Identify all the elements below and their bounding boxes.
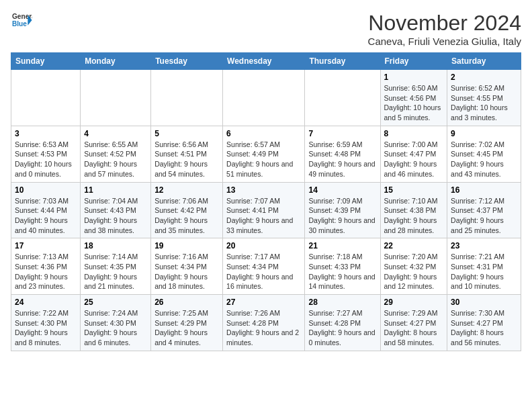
day-cell: 10Sunrise: 7:03 AM Sunset: 4:44 PM Dayli… — [11, 182, 81, 238]
calendar-subtitle: Caneva, Friuli Venezia Giulia, Italy — [368, 36, 521, 47]
day-cell: 7Sunrise: 6:59 AM Sunset: 4:48 PM Daylig… — [305, 126, 380, 182]
logo-icon: General Blue — [11, 11, 32, 30]
day-number: 24 — [15, 298, 77, 307]
day-number: 17 — [15, 241, 77, 250]
day-info: Sunrise: 7:07 AM Sunset: 4:41 PM Dayligh… — [226, 196, 301, 236]
day-number: 8 — [384, 129, 444, 138]
day-info: Sunrise: 7:13 AM Sunset: 4:36 PM Dayligh… — [15, 252, 77, 291]
day-cell: 6Sunrise: 6:57 AM Sunset: 4:49 PM Daylig… — [223, 126, 305, 182]
day-cell: 9Sunrise: 7:02 AM Sunset: 4:45 PM Daylig… — [447, 126, 521, 182]
weekday-header-monday: Monday — [81, 53, 151, 70]
day-info: Sunrise: 7:12 AM Sunset: 4:37 PM Dayligh… — [451, 196, 517, 236]
day-cell: 12Sunrise: 7:06 AM Sunset: 4:42 PM Dayli… — [151, 182, 223, 238]
week-row-3: 10Sunrise: 7:03 AM Sunset: 4:44 PM Dayli… — [11, 182, 521, 238]
day-cell: 8Sunrise: 7:00 AM Sunset: 4:47 PM Daylig… — [380, 126, 447, 182]
day-info: Sunrise: 7:22 AM Sunset: 4:30 PM Dayligh… — [15, 308, 77, 348]
day-cell: 18Sunrise: 7:14 AM Sunset: 4:35 PM Dayli… — [81, 238, 151, 295]
weekday-header-sunday: Sunday — [11, 53, 81, 70]
day-info: Sunrise: 7:02 AM Sunset: 4:45 PM Dayligh… — [451, 140, 517, 179]
day-cell: 27Sunrise: 7:26 AM Sunset: 4:28 PM Dayli… — [223, 295, 305, 351]
weekday-header-wednesday: Wednesday — [223, 53, 305, 70]
day-info: Sunrise: 7:24 AM Sunset: 4:30 PM Dayligh… — [84, 308, 147, 348]
day-info: Sunrise: 7:10 AM Sunset: 4:38 PM Dayligh… — [384, 196, 444, 236]
day-cell: 26Sunrise: 7:25 AM Sunset: 4:29 PM Dayli… — [151, 295, 223, 351]
day-number: 5 — [154, 129, 219, 138]
day-number: 10 — [15, 185, 77, 195]
day-info: Sunrise: 7:27 AM Sunset: 4:28 PM Dayligh… — [308, 308, 376, 348]
day-cell: 2Sunrise: 6:52 AM Sunset: 4:55 PM Daylig… — [447, 70, 521, 126]
day-number: 13 — [226, 185, 301, 195]
calendar-title: November 2024 — [368, 11, 521, 36]
day-number: 11 — [84, 185, 147, 195]
day-number: 30 — [451, 298, 517, 307]
day-number: 1 — [384, 73, 444, 82]
day-cell: 11Sunrise: 7:04 AM Sunset: 4:43 PM Dayli… — [81, 182, 151, 238]
day-number: 15 — [384, 185, 444, 195]
day-info: Sunrise: 7:03 AM Sunset: 4:44 PM Dayligh… — [15, 196, 77, 236]
title-block: November 2024 Caneva, Friuli Venezia Giu… — [368, 11, 521, 47]
day-info: Sunrise: 7:04 AM Sunset: 4:43 PM Dayligh… — [84, 196, 147, 236]
day-cell: 13Sunrise: 7:07 AM Sunset: 4:41 PM Dayli… — [223, 182, 305, 238]
day-info: Sunrise: 7:00 AM Sunset: 4:47 PM Dayligh… — [384, 140, 444, 179]
day-number: 25 — [84, 298, 147, 307]
logo: General Blue — [11, 11, 32, 30]
day-cell: 24Sunrise: 7:22 AM Sunset: 4:30 PM Dayli… — [11, 295, 81, 351]
day-info: Sunrise: 7:20 AM Sunset: 4:32 PM Dayligh… — [384, 252, 444, 291]
day-info: Sunrise: 7:29 AM Sunset: 4:27 PM Dayligh… — [384, 308, 444, 348]
day-cell — [11, 70, 81, 126]
week-row-5: 24Sunrise: 7:22 AM Sunset: 4:30 PM Dayli… — [11, 295, 521, 351]
day-number: 6 — [226, 129, 301, 138]
svg-text:Blue: Blue — [12, 20, 27, 28]
day-number: 9 — [451, 129, 517, 138]
day-info: Sunrise: 6:59 AM Sunset: 4:48 PM Dayligh… — [308, 140, 376, 179]
day-number: 16 — [451, 185, 517, 195]
day-info: Sunrise: 7:14 AM Sunset: 4:35 PM Dayligh… — [84, 252, 147, 291]
day-number: 3 — [15, 129, 77, 138]
day-number: 26 — [154, 298, 219, 307]
day-info: Sunrise: 6:56 AM Sunset: 4:51 PM Dayligh… — [154, 140, 219, 179]
day-cell: 5Sunrise: 6:56 AM Sunset: 4:51 PM Daylig… — [151, 126, 223, 182]
day-info: Sunrise: 7:17 AM Sunset: 4:34 PM Dayligh… — [226, 252, 301, 291]
day-number: 20 — [226, 241, 301, 250]
day-number: 28 — [308, 298, 376, 307]
day-info: Sunrise: 6:52 AM Sunset: 4:55 PM Dayligh… — [451, 83, 517, 123]
day-number: 29 — [384, 298, 444, 307]
day-cell: 15Sunrise: 7:10 AM Sunset: 4:38 PM Dayli… — [380, 182, 447, 238]
day-cell: 21Sunrise: 7:18 AM Sunset: 4:33 PM Dayli… — [305, 238, 380, 295]
day-cell: 1Sunrise: 6:50 AM Sunset: 4:56 PM Daylig… — [380, 70, 447, 126]
day-info: Sunrise: 6:57 AM Sunset: 4:49 PM Dayligh… — [226, 140, 301, 179]
day-cell: 25Sunrise: 7:24 AM Sunset: 4:30 PM Dayli… — [81, 295, 151, 351]
day-number: 12 — [154, 185, 219, 195]
day-info: Sunrise: 7:06 AM Sunset: 4:42 PM Dayligh… — [154, 196, 219, 236]
day-cell: 30Sunrise: 7:30 AM Sunset: 4:27 PM Dayli… — [447, 295, 521, 351]
day-number: 27 — [226, 298, 301, 307]
weekday-header-tuesday: Tuesday — [151, 53, 223, 70]
day-number: 7 — [308, 129, 376, 138]
day-info: Sunrise: 7:30 AM Sunset: 4:27 PM Dayligh… — [451, 308, 517, 348]
calendar-table: SundayMondayTuesdayWednesdayThursdayFrid… — [11, 52, 521, 351]
day-number: 4 — [84, 129, 147, 138]
day-cell: 23Sunrise: 7:21 AM Sunset: 4:31 PM Dayli… — [447, 238, 521, 295]
day-number: 14 — [308, 185, 376, 195]
weekday-header-thursday: Thursday — [305, 53, 380, 70]
week-row-4: 17Sunrise: 7:13 AM Sunset: 4:36 PM Dayli… — [11, 238, 521, 295]
day-cell — [151, 70, 223, 126]
day-number: 18 — [84, 241, 147, 250]
week-row-2: 3Sunrise: 6:53 AM Sunset: 4:53 PM Daylig… — [11, 126, 521, 182]
day-info: Sunrise: 7:16 AM Sunset: 4:34 PM Dayligh… — [154, 252, 219, 291]
day-info: Sunrise: 7:25 AM Sunset: 4:29 PM Dayligh… — [154, 308, 219, 348]
day-number: 21 — [308, 241, 376, 250]
day-cell: 16Sunrise: 7:12 AM Sunset: 4:37 PM Dayli… — [447, 182, 521, 238]
day-cell: 14Sunrise: 7:09 AM Sunset: 4:39 PM Dayli… — [305, 182, 380, 238]
day-number: 22 — [384, 241, 444, 250]
day-cell: 19Sunrise: 7:16 AM Sunset: 4:34 PM Dayli… — [151, 238, 223, 295]
day-cell — [81, 70, 151, 126]
day-cell: 22Sunrise: 7:20 AM Sunset: 4:32 PM Dayli… — [380, 238, 447, 295]
day-cell: 28Sunrise: 7:27 AM Sunset: 4:28 PM Dayli… — [305, 295, 380, 351]
weekday-header-row: SundayMondayTuesdayWednesdayThursdayFrid… — [11, 53, 521, 70]
weekday-header-friday: Friday — [380, 53, 447, 70]
day-info: Sunrise: 7:21 AM Sunset: 4:31 PM Dayligh… — [451, 252, 517, 291]
day-info: Sunrise: 7:18 AM Sunset: 4:33 PM Dayligh… — [308, 252, 376, 291]
day-info: Sunrise: 7:26 AM Sunset: 4:28 PM Dayligh… — [226, 308, 301, 348]
day-cell: 3Sunrise: 6:53 AM Sunset: 4:53 PM Daylig… — [11, 126, 81, 182]
